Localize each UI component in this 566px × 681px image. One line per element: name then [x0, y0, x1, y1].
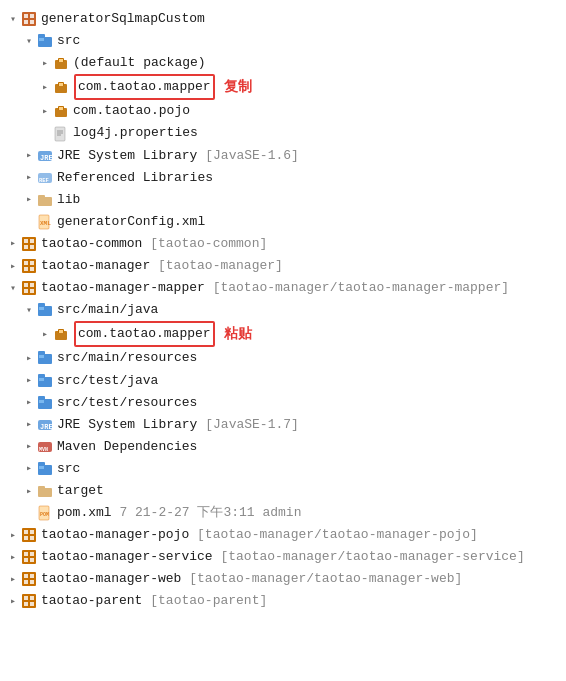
svg-rect-84	[30, 580, 34, 584]
project2-icon	[20, 527, 38, 543]
tree-row-20[interactable]: MVNMaven Dependencies	[4, 436, 562, 458]
project2-icon	[20, 593, 38, 609]
svg-rect-43	[30, 289, 34, 293]
svg-rect-72	[30, 530, 34, 534]
tree-item-label: generatorConfig.xml	[57, 211, 205, 233]
tree-row-7[interactable]: JREJRE System Library [JavaSE-1.6]	[4, 145, 562, 167]
tree-item-label: lib	[57, 189, 80, 211]
tree-row-25[interactable]: taotao-manager-service [taotao-manager/t…	[4, 546, 562, 568]
tree-row-1[interactable]: generatorSqlmapCustom	[4, 8, 562, 30]
svg-rect-38	[30, 267, 34, 271]
tree-row-9[interactable]: lib	[4, 189, 562, 211]
label-main: lib	[57, 192, 80, 207]
project2-icon	[20, 258, 38, 274]
tree-row-16[interactable]: src/main/resources	[4, 347, 562, 369]
tree-arrow[interactable]	[6, 549, 20, 566]
label-main: taotao-manager	[41, 258, 150, 273]
tree-item-label: pom.xml 7 21-2-27 下午3:11 admin	[57, 502, 301, 524]
tree-row-15[interactable]: com.taotao.mapper粘贴	[4, 321, 562, 347]
tree-row-13[interactable]: taotao-manager-mapper [taotao-manager/ta…	[4, 277, 562, 299]
svg-rect-77	[30, 552, 34, 556]
tree-row-8[interactable]: REFReferenced Libraries	[4, 167, 562, 189]
svg-rect-88	[24, 602, 28, 606]
tree-arrow[interactable]	[6, 527, 20, 544]
tree-arrow[interactable]	[6, 11, 20, 28]
tree-row-14[interactable]: src/main/java	[4, 299, 562, 321]
tree-row-18[interactable]: src/test/resources	[4, 392, 562, 414]
tree-arrow[interactable]	[38, 79, 52, 96]
tree-row-12[interactable]: taotao-manager [taotao-manager]	[4, 255, 562, 277]
tree-arrow[interactable]	[38, 326, 52, 343]
tree-item-label: Referenced Libraries	[57, 167, 213, 189]
tree-row-4[interactable]: com.taotao.mapper复制	[4, 74, 562, 100]
tree-arrow[interactable]	[22, 460, 36, 477]
tree-arrow[interactable]	[6, 593, 20, 610]
label-main: (default package)	[73, 55, 206, 70]
tree-item-label: com.taotao.pojo	[73, 100, 190, 122]
tree-row-2[interactable]: src	[4, 30, 562, 52]
svg-rect-36	[30, 261, 34, 265]
label-main: Maven Dependencies	[57, 439, 197, 454]
svg-rect-55	[39, 378, 44, 381]
svg-rect-67	[38, 486, 45, 490]
svg-rect-86	[24, 596, 28, 600]
tree-item-label: com.taotao.mapper	[73, 74, 216, 100]
svg-rect-42	[24, 289, 28, 293]
tree-arrow[interactable]	[22, 350, 36, 367]
svg-rect-16	[59, 107, 63, 110]
tree-row-26[interactable]: taotao-manager-web [taotao-manager/taota…	[4, 568, 562, 590]
tree-arrow[interactable]	[22, 302, 36, 319]
label-main: taotao-common	[41, 236, 142, 251]
tree-arrow[interactable]	[22, 438, 36, 455]
svg-rect-17	[55, 127, 65, 141]
svg-text:MVN: MVN	[39, 447, 48, 453]
tree-item-label: (default package)	[73, 52, 206, 74]
tree-arrow[interactable]	[38, 103, 52, 120]
tree-arrow[interactable]	[22, 169, 36, 186]
tree-row-27[interactable]: taotao-parent [taotao-parent]	[4, 590, 562, 612]
tree-arrow[interactable]	[22, 147, 36, 164]
tree-row-17[interactable]: src/test/java	[4, 370, 562, 392]
project-icon	[20, 11, 38, 27]
tree-row-21[interactable]: src	[4, 458, 562, 480]
tree-item-label: log4j.properties	[73, 122, 198, 144]
label-extra: 7 21-2-27 下午3:11 admin	[112, 505, 302, 520]
file-xml-icon: XML	[36, 214, 54, 230]
tree-row-19[interactable]: JREJRE System Library [JavaSE-1.7]	[4, 414, 562, 436]
tree-arrow[interactable]	[22, 191, 36, 208]
svg-rect-49	[59, 330, 63, 333]
tree-item-label: taotao-manager-service [taotao-manager/t…	[41, 546, 525, 568]
label-extra: [taotao-manager/taotao-manager-web]	[181, 571, 462, 586]
src-icon	[36, 350, 54, 366]
svg-rect-10	[59, 59, 63, 62]
tree-arrow[interactable]	[6, 258, 20, 275]
label-main: generatorSqlmapCustom	[41, 11, 205, 26]
tree-row-22[interactable]: target	[4, 480, 562, 502]
tree-arrow[interactable]	[22, 33, 36, 50]
file-tree: generatorSqlmapCustomsrc(default package…	[0, 0, 566, 621]
tree-row-24[interactable]: taotao-manager-pojo [taotao-manager/taot…	[4, 524, 562, 546]
tree-arrow[interactable]	[38, 55, 52, 72]
tree-arrow[interactable]	[22, 394, 36, 411]
label-extra: [taotao-manager/taotao-manager-mapper]	[205, 280, 509, 295]
tree-arrow[interactable]	[6, 571, 20, 588]
tree-arrow[interactable]	[22, 416, 36, 433]
tree-arrow[interactable]	[22, 483, 36, 500]
svg-rect-7	[39, 38, 44, 41]
tree-arrow[interactable]	[22, 372, 36, 389]
tree-row-3[interactable]: (default package)	[4, 52, 562, 74]
label-main: src/test/resources	[57, 395, 197, 410]
tree-arrow[interactable]	[6, 280, 20, 297]
tree-row-23[interactable]: POMpom.xml 7 21-2-27 下午3:11 admin	[4, 502, 562, 524]
package-icon	[52, 326, 70, 342]
svg-text:XML: XML	[40, 220, 51, 227]
tree-item-label: src/main/java	[57, 299, 158, 321]
svg-rect-26	[38, 195, 45, 199]
tree-row-11[interactable]: taotao-common [taotao-common]	[4, 233, 562, 255]
svg-rect-74	[30, 536, 34, 540]
tree-row-10[interactable]: XMLgeneratorConfig.xml	[4, 211, 562, 233]
project2-icon	[20, 549, 38, 565]
tree-row-5[interactable]: com.taotao.pojo	[4, 100, 562, 122]
tree-row-6[interactable]: log4j.properties	[4, 122, 562, 144]
tree-arrow[interactable]	[6, 235, 20, 252]
